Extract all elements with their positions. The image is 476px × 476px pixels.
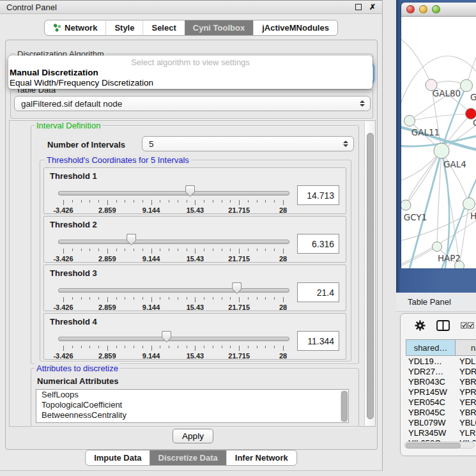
- list-item-selfloops[interactable]: SelfLoops: [36, 390, 348, 400]
- tick-mark: [116, 346, 117, 348]
- table-cell: YBR0: [456, 377, 476, 387]
- scrollbar-thumb[interactable]: [406, 443, 461, 449]
- tick-label: 15.43: [177, 303, 213, 311]
- tick-mark: [89, 200, 90, 203]
- tick-mark: [230, 297, 231, 300]
- tab-impute-data[interactable]: Impute Data: [86, 450, 150, 465]
- threshold-value-field[interactable]: 6.316: [297, 234, 339, 254]
- control-panel: Control Panel ✗ NetworkStyleSelectCyni T…: [0, 0, 383, 471]
- threshold-slider[interactable]: -3.4262.8599.14415.4321.71528: [56, 282, 291, 311]
- columns-icon[interactable]: [436, 320, 450, 331]
- network-node-gal[interactable]: [461, 80, 473, 92]
- node-label: GAL11: [411, 127, 440, 137]
- network-edge[interactable]: [406, 151, 441, 205]
- tick-mark: [204, 297, 204, 300]
- tab-cyni-toolbox[interactable]: Cyni Toolbox: [185, 20, 253, 35]
- slider-track: [58, 191, 289, 196]
- table-row[interactable]: YBL079WYBL0: [406, 417, 476, 427]
- table-row[interactable]: YBR045CYBR0: [406, 407, 476, 417]
- column-header-1[interactable]: shared…: [406, 339, 456, 356]
- apply-button[interactable]: Apply: [173, 429, 213, 443]
- network-edge[interactable]: [459, 204, 469, 266]
- vertical-scrollbar[interactable]: [364, 121, 375, 426]
- node-label: C: [473, 118, 476, 128]
- table-row[interactable]: YDL19…YDL1: [406, 356, 476, 366]
- tab-infer-network[interactable]: Infer Network: [226, 450, 296, 465]
- threshold-list: Threshold 1-3.4262.8599.14415.4321.71528…: [43, 167, 346, 362]
- horizontal-scrollbar[interactable]: [404, 441, 475, 449]
- tab-discretize-data[interactable]: Discretize Data: [150, 450, 226, 465]
- threshold-4-box: Threshold 4-3.4262.8599.14415.4321.71528…: [43, 313, 346, 360]
- tick-mark: [72, 346, 73, 348]
- close-window-icon[interactable]: [406, 5, 415, 13]
- node-label: GCY1: [404, 212, 427, 222]
- tab-jactivemnodules[interactable]: jActiveMNodules: [253, 20, 337, 35]
- tick-mark: [239, 346, 240, 351]
- list-vertical-scrollbar[interactable]: [340, 390, 348, 422]
- tick-mark: [222, 200, 222, 203]
- tick-mark: [195, 200, 196, 205]
- select-columns-icon[interactable]: [461, 322, 474, 329]
- network-graph[interactable]: GAL80GALCGAL11GAL4GCY1HIHAP2: [401, 17, 476, 268]
- numerical-attributes-list[interactable]: SelfLoopsTopologicalCoefficientBetweenne…: [36, 389, 349, 423]
- close-icon[interactable]: ✗: [369, 4, 376, 10]
- table-data-combobox[interactable]: galFiltered.sif default node: [14, 96, 371, 111]
- table-row[interactable]: YER054CYER0: [406, 397, 476, 407]
- algorithm-hint-option[interactable]: Select algorithm to view settings: [8, 58, 372, 68]
- scrollbar-thumb[interactable]: [341, 391, 348, 422]
- network-node-hi[interactable]: [463, 198, 475, 210]
- table-row[interactable]: YDR27…YDR2: [406, 366, 476, 376]
- algorithm-option-manual-discretization[interactable]: Manual Discretization: [8, 68, 372, 78]
- algorithm-option-equal-width-frequency-discretization[interactable]: Equal Width/Frequency Discretization: [8, 78, 372, 88]
- panel-title: Control Panel: [6, 3, 57, 12]
- table-row[interactable]: YLR345WYLR3: [406, 427, 476, 438]
- tab-select[interactable]: Select: [142, 20, 184, 35]
- zoom-window-icon[interactable]: [432, 5, 440, 13]
- network-node[interactable]: [455, 261, 464, 269]
- tab-network[interactable]: Network: [45, 20, 105, 35]
- threshold-slider[interactable]: -3.4262.8599.14415.4321.71528: [56, 233, 291, 263]
- table-cell: YLR3: [456, 428, 476, 438]
- number-of-intervals-combobox[interactable]: 5: [142, 136, 354, 151]
- float-icon[interactable]: [355, 4, 362, 10]
- scrollbar-thumb[interactable]: [367, 133, 374, 419]
- network-edge[interactable]: [401, 247, 437, 267]
- algorithm-options: Manual DiscretizationEqual Width/Frequen…: [8, 68, 372, 88]
- thresholds-group-title: Threshold's Coordinates for 5 Intervals: [45, 155, 191, 165]
- spinner-arrows-icon: [360, 100, 365, 107]
- tick-mark: [116, 249, 117, 251]
- threshold-slider[interactable]: -3.4262.8599.14415.4321.71528: [56, 185, 291, 214]
- gear-icon[interactable]: [415, 320, 426, 331]
- threshold-value-field[interactable]: 21.4: [297, 282, 339, 302]
- threshold-value-field[interactable]: 11.344: [297, 331, 339, 351]
- network-node-gal4[interactable]: [434, 143, 449, 158]
- list-item-topologicalcoefficient[interactable]: TopologicalCoefficient: [36, 400, 348, 410]
- tick-label: 2.859: [89, 255, 125, 263]
- network-edge[interactable]: [401, 37, 431, 85]
- tick-mark: [283, 346, 284, 351]
- list-item-betweennesscentrality[interactable]: BetweennessCentrality: [36, 410, 348, 420]
- threshold-slider[interactable]: -3.4262.8599.14415.4321.71528: [56, 330, 291, 360]
- minimize-window-icon[interactable]: [419, 5, 427, 13]
- network-canvas[interactable]: GAL80GALCGAL11GAL4GCY1HIHAP2: [401, 17, 476, 268]
- network-node-gal11[interactable]: [404, 116, 415, 127]
- tick-mark: [169, 249, 169, 251]
- table-cell: YPR1: [456, 387, 476, 397]
- tab-style[interactable]: Style: [105, 20, 142, 35]
- tick-mark: [213, 249, 213, 251]
- tick-mark: [195, 297, 196, 302]
- column-header-2[interactable]: na: [456, 339, 476, 356]
- tick-mark: [125, 249, 125, 251]
- tick-mark: [239, 249, 240, 254]
- network-node-hap2[interactable]: [433, 242, 442, 252]
- table-cell: YBR0: [456, 408, 476, 417]
- table-row[interactable]: YPR145WYPR1: [406, 387, 476, 397]
- threshold-value-field[interactable]: 14.713: [297, 185, 339, 205]
- table-row[interactable]: YBR043CYBR0: [406, 376, 476, 387]
- network-view-window[interactable]: GAL80GALCGAL11GAL4GCY1HIHAP2: [401, 3, 476, 268]
- network-node-gcy1[interactable]: [401, 200, 411, 210]
- node-label: GAL4: [443, 159, 466, 169]
- tick-mark: [160, 297, 160, 300]
- tick-mark: [160, 200, 160, 203]
- network-edge[interactable]: [410, 114, 471, 121]
